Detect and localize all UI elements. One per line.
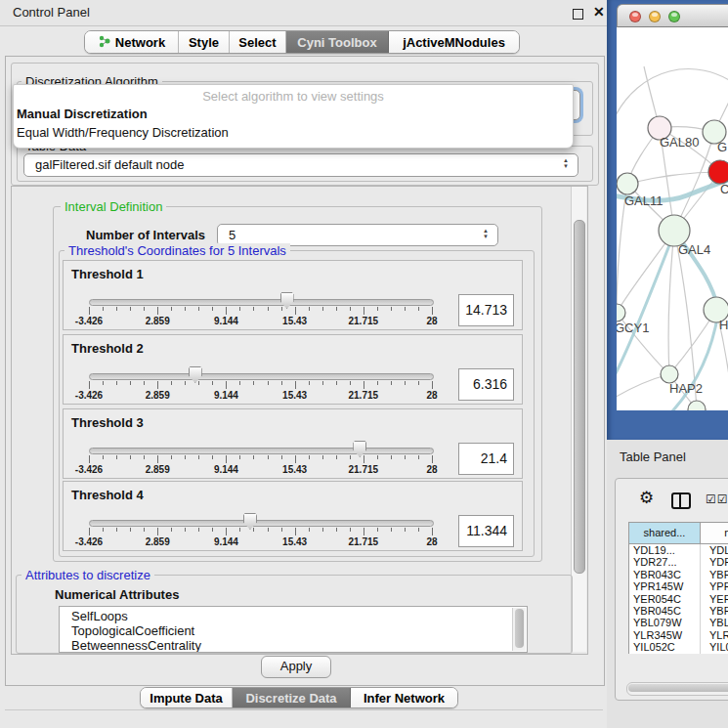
threshold-value-field[interactable]: 6.316 [458,368,514,401]
network-node-label[interactable]: GCY1 [617,321,649,335]
horizontal-scrollbar-thumb[interactable] [628,684,728,692]
threshold-value-field[interactable]: 21.4 [458,443,514,475]
threshold-slider-track[interactable] [89,373,434,380]
table-row[interactable]: YBR045CYBR0 [629,605,728,617]
tick-mark [309,307,310,311]
tick-mark [364,528,364,535]
combo-arrows-icon[interactable]: ▲▼ [563,157,569,169]
table-row[interactable]: YPR145WYPR1 [629,580,728,592]
tick-mark [295,381,296,389]
minimize-traffic-light-icon[interactable] [649,11,661,22]
tab-impute-data[interactable]: Impute Data [141,688,233,707]
tick-mark [281,307,282,311]
tab-cyni-toolbox[interactable]: Cyni Toolbox [286,31,389,53]
numerical-attributes-list[interactable]: SelfLoopsTopologicalCoefficientBetweenne… [59,606,528,653]
tick-mark [418,455,419,459]
tick-mark [144,455,145,459]
table-row[interactable]: YIL052CYIL0 [629,641,728,653]
list-scrollbar-thumb[interactable] [515,609,524,648]
list-item-selfloops[interactable]: SelfLoops [71,609,128,623]
table-row[interactable]: YBR043CYBR0 [629,569,728,580]
close-icon[interactable]: ✕ [593,4,605,20]
tab-style[interactable]: Style [179,31,230,53]
list-scrollbar[interactable] [512,608,526,651]
tick-label: 28 [426,316,437,326]
network-window-titlebar[interactable] [617,4,728,27]
network-node-label[interactable]: GAL11 [624,193,664,208]
cell-name: YLR3 [702,629,728,641]
threshold-value-field[interactable]: 11.344 [458,515,514,547]
close-traffic-light-icon[interactable] [629,11,641,22]
network-node-gcy1[interactable] [617,304,625,321]
tab-infer-network[interactable]: Infer Network [351,688,457,707]
tick-mark [198,528,199,532]
network-node-label[interactable]: C [720,182,728,196]
network-edge [668,231,674,374]
tick-label: -3.426 [75,390,103,401]
vertical-scrollbar[interactable] [571,187,586,652]
tab-label: Discretize Data [245,691,336,706]
tick-label: 21.715 [349,464,379,475]
threshold-slider-track[interactable] [89,448,434,454]
network-node-label[interactable]: GAL80 [660,135,699,150]
tick-label: 21.715 [349,536,379,547]
tab-label: Network [115,35,165,50]
network-node-label[interactable]: GAL4 [678,242,710,257]
threshold-label: Threshold 1 [71,267,144,281]
gear-icon[interactable]: ⚙ [639,490,654,506]
table-data-value: galFiltered.sif default node [35,157,184,172]
threshold-value-field[interactable]: 14.713 [458,294,514,326]
list-item-topologicalcoefficient[interactable]: TopologicalCoefficient [71,623,194,638]
network-node-label[interactable]: H [719,318,728,332]
tab-discretize-data[interactable]: Discretize Data [233,688,351,707]
table-row[interactable]: YLR345WYLR3 [629,629,728,641]
horizontal-scrollbar[interactable] [626,682,728,696]
panel-title: Control Panel [13,5,90,20]
table-data-combobox[interactable]: galFiltered.sif default node ▲▼ [23,153,578,177]
cell-shared-name: YBL079W [629,617,702,628]
network-graph: GAL80GCGAL11GAL4GCY1HHAP2 [617,27,728,410]
tab-select[interactable]: Select [230,31,286,53]
tick-mark [212,381,213,385]
apply-button[interactable]: Apply [261,656,331,678]
tick-mark [364,307,364,315]
list-item-betweennesscentrality[interactable]: BetweennessCentrality [71,638,201,653]
float-window-icon[interactable] [573,9,583,20]
threshold-slider-track[interactable] [89,520,434,527]
table-row[interactable]: YDR27...YDR2 [629,556,728,568]
spinner-arrows-icon[interactable]: ▲▼ [483,228,489,239]
column-header-name[interactable]: n... [700,522,728,544]
threshold-label: Threshold 2 [71,341,144,356]
tick-mark [350,455,351,459]
network-canvas[interactable]: GAL80GCGAL11GAL4GCY1HHAP2 [617,27,728,410]
scrollbar-thumb[interactable] [574,220,585,574]
table-row[interactable]: YER054CYER0 [629,593,728,605]
network-node-label[interactable]: HAP2 [669,381,703,396]
algorithm-option-manual-discretization[interactable]: Manual Discretization [17,107,148,121]
columns-icon[interactable] [671,492,691,509]
tick-mark [322,455,323,459]
network-node-gal11[interactable] [617,173,638,194]
attributes-group-label: Attributes to discretize [21,568,154,582]
algorithm-option-equal-width-frequency-discretization[interactable]: Equal Width/Frequency Discretization [17,125,229,140]
zoom-traffic-light-icon[interactable] [668,11,680,22]
tick-mark [336,455,337,459]
num-intervals-label: Number of Intervals [86,228,205,242]
table-row[interactable]: YBL079WYBL0 [629,617,728,628]
tab-jactivemnodules[interactable]: jActiveMNodules [389,31,519,53]
threshold-slider-track[interactable] [89,299,434,306]
column-header-shared-name[interactable]: shared... [628,522,701,544]
tick-label: 2.859 [146,464,170,475]
tick-label: 9.144 [214,316,238,326]
network-node-c[interactable] [708,160,728,184]
tick-mark [89,455,90,463]
network-node-label[interactable]: G [717,140,727,154]
tick-mark [212,455,213,459]
checkbox-icons[interactable]: ☑☑ [706,492,728,506]
tick-mark [336,528,337,532]
threshold-panel-4: Threshold 4-3.4262.8599.14415.4321.71528… [63,481,523,551]
table-row[interactable]: YDL19...YDL1 [629,544,728,556]
tick-mark [239,381,240,385]
tab-network[interactable]: Network [85,31,179,53]
tick-mark [226,307,227,315]
